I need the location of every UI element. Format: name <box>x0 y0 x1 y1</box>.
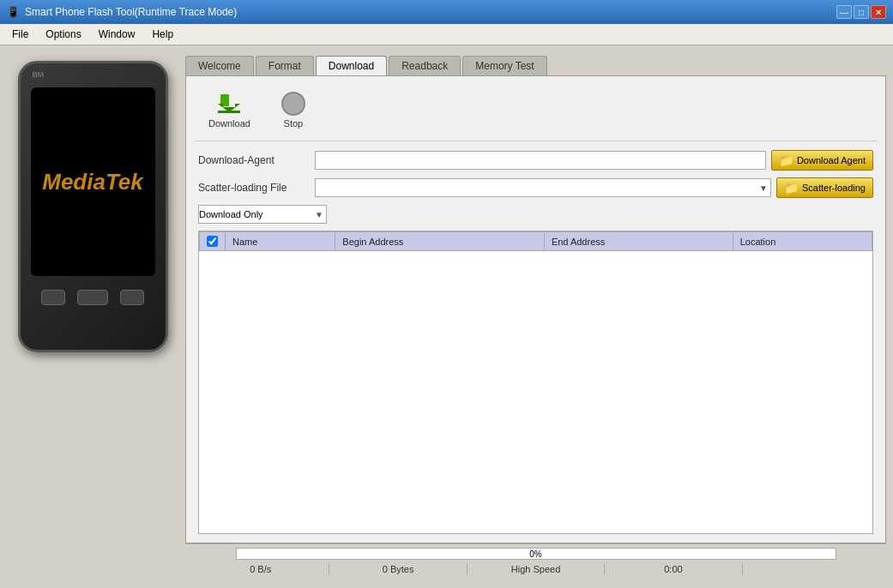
app-icon: 📱 <box>7 6 20 18</box>
menu-options[interactable]: Options <box>37 26 89 43</box>
title-bar: 📱 Smart Phone Flash Tool(Runtime Trace M… <box>0 0 893 24</box>
phone-brand: MediaTek <box>42 169 143 195</box>
menu-window[interactable]: Window <box>90 26 144 43</box>
phone-label: BM <box>33 70 45 79</box>
table-container: Name Begin Address End Address Location <box>198 231 873 534</box>
stop-icon <box>281 92 305 116</box>
tabs: Welcome Format Download Readback Memory … <box>185 52 886 75</box>
status-bar: 0% 0 B/s 0 Bytes High Speed 0:00 <box>185 543 886 579</box>
folder-icon-scatter: 📁 <box>784 181 799 195</box>
right-panel: Welcome Format Download Readback Memory … <box>185 52 886 579</box>
main-layout: BM MediaTek Welcome Format Download Read… <box>0 45 893 585</box>
minimize-button[interactable]: — <box>836 5 852 19</box>
table-header-row: Name Begin Address End Address Location <box>200 232 872 251</box>
download-agent-btn-label: Download Agent <box>797 155 866 165</box>
mode-select[interactable]: Download Only Firmware Upgrade Custom Do… <box>198 205 327 224</box>
tab-memory-test[interactable]: Memory Test <box>462 56 546 75</box>
menu-bar: File Options Window Help <box>0 24 893 45</box>
phone-screen: MediaTek <box>31 87 155 276</box>
scatter-input[interactable] <box>315 178 771 197</box>
menu-file[interactable]: File <box>3 26 37 43</box>
tab-format[interactable]: Format <box>256 56 314 75</box>
content-area: Download Stop Download-Agent 📁 Download … <box>185 75 886 543</box>
download-icon <box>216 92 242 116</box>
data-table: Name Begin Address End Address Location <box>199 231 872 251</box>
scatter-label: Scatter-loading File <box>198 182 310 194</box>
status-speed: 0 B/s <box>192 563 329 575</box>
tab-container: Welcome Format Download Readback Memory … <box>185 52 886 75</box>
status-bytes: 0 Bytes <box>329 563 467 575</box>
tab-readback[interactable]: Readback <box>389 56 461 75</box>
table-th-checkbox <box>200 232 226 251</box>
phone-btn-left <box>41 290 65 305</box>
mode-select-wrapper: Download Only Firmware Upgrade Custom Do… <box>198 205 327 224</box>
svg-rect-3 <box>218 111 240 113</box>
table-th-location: Location <box>733 232 872 251</box>
form-section: Download-Agent 📁 Download Agent Scatter-… <box>195 150 877 205</box>
toolbar: Download Stop <box>195 85 877 141</box>
title-bar-controls: — □ ✕ <box>836 5 886 19</box>
table-th-name: Name <box>226 232 335 251</box>
scatter-loading-row: Scatter-loading File ▼ 📁 Scatter-loading <box>198 177 873 198</box>
tab-welcome[interactable]: Welcome <box>185 56 254 75</box>
status-extra <box>743 563 879 575</box>
phone-buttons <box>41 290 144 305</box>
status-connection: High Speed <box>468 563 605 575</box>
phone-panel: BM MediaTek <box>7 52 178 579</box>
tab-download[interactable]: Download <box>316 56 387 75</box>
download-agent-input[interactable] <box>315 151 766 170</box>
app-title: Smart Phone Flash Tool(Runtime Trace Mod… <box>25 6 237 18</box>
phone-btn-right <box>120 290 144 305</box>
download-agent-row: Download-Agent 📁 Download Agent <box>198 150 873 171</box>
table-th-end-address: End Address <box>544 232 733 251</box>
folder-icon-download: 📁 <box>779 153 793 167</box>
status-time: 0:00 <box>605 563 742 575</box>
phone-btn-center <box>77 290 108 305</box>
progress-label: 0% <box>237 549 836 559</box>
phone-graphic: BM MediaTek <box>18 61 168 352</box>
table-header: Name Begin Address End Address Location <box>200 232 872 251</box>
mode-select-wrap: Download Only Firmware Upgrade Custom Do… <box>195 205 877 224</box>
table-th-begin-address: Begin Address <box>335 232 545 251</box>
download-agent-button[interactable]: 📁 Download Agent <box>771 150 873 171</box>
scatter-loading-button[interactable]: 📁 Scatter-loading <box>776 177 873 198</box>
download-agent-label: Download-Agent <box>198 154 310 166</box>
progress-row: 0% <box>185 546 886 561</box>
select-all-checkbox[interactable] <box>207 236 218 247</box>
stop-toolbar-label: Stop <box>284 118 304 129</box>
title-bar-left: 📱 Smart Phone Flash Tool(Runtime Trace M… <box>7 6 237 18</box>
stop-toolbar-button[interactable]: Stop <box>275 88 312 132</box>
download-toolbar-button[interactable]: Download <box>202 88 257 132</box>
scatter-btn-label: Scatter-loading <box>802 183 866 193</box>
progress-bar: 0% <box>236 548 836 560</box>
status-row: 0 B/s 0 Bytes High Speed 0:00 <box>185 561 886 577</box>
download-toolbar-label: Download <box>208 118 250 129</box>
maximize-button[interactable]: □ <box>854 5 869 19</box>
menu-help[interactable]: Help <box>143 26 182 43</box>
close-button[interactable]: ✕ <box>871 5 886 19</box>
